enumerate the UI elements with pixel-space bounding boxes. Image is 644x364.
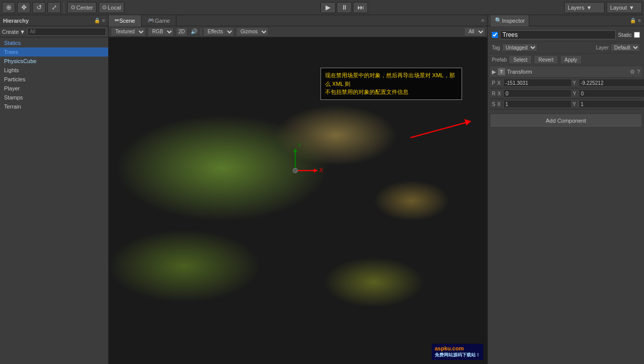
apply-btn[interactable]: Apply	[560, 55, 582, 64]
transform-icon: T	[498, 68, 505, 75]
rot-x-label: X	[497, 91, 502, 96]
rot-y-label: Y	[573, 91, 578, 96]
hierarchy-lock-icon[interactable]: 🔒	[94, 18, 100, 23]
local-icon: ⊙	[102, 4, 107, 11]
scale-y-input[interactable]	[579, 100, 644, 108]
pivot-icon: ⊙	[71, 4, 75, 11]
pos-y-label: Y	[573, 80, 578, 86]
unity-icon-btn[interactable]: ⊕	[2, 2, 15, 13]
separator1	[64, 2, 64, 13]
scene-tab[interactable]: ✏ Scene	[109, 15, 142, 26]
position-row: P X Y Z	[490, 78, 642, 88]
play-button[interactable]: ▶	[320, 2, 336, 13]
inspector-tab[interactable]: 🔍 Inspector	[491, 15, 529, 26]
hierarchy-list: Statics Trees PhysicsCube Lights Particl…	[0, 37, 108, 364]
inspector-panel: 🔍 Inspector 🔒 ≡ Static Tag Untagged L	[487, 15, 644, 364]
scene-menu-icon[interactable]: ≡	[481, 18, 484, 23]
layer-select[interactable]: Default	[611, 43, 640, 51]
rotate-tool-btn[interactable]: ↺	[32, 2, 45, 13]
create-chevron-icon: ▼	[20, 29, 25, 35]
all-select[interactable]: All	[464, 27, 485, 36]
tag-layer-row: Tag Untagged Layer Default	[490, 42, 642, 54]
add-component-btn[interactable]: Add Component	[490, 114, 642, 128]
pos-x-input[interactable]	[503, 79, 572, 87]
pos-x-label: X	[497, 80, 502, 86]
hierarchy-item-particles[interactable]: Particles	[0, 75, 108, 84]
pos-y-input[interactable]	[579, 79, 644, 87]
hierarchy-item-terrain[interactable]: Terrain	[0, 102, 108, 111]
layout-dropdown[interactable]: Layout ▼	[607, 2, 642, 13]
static-checkbox[interactable]	[634, 32, 640, 38]
object-enabled-checkbox[interactable]	[492, 32, 498, 38]
watermark-suffix: .com	[451, 345, 464, 351]
hierarchy-toolbar: Create ▼	[0, 26, 108, 37]
hierarchy-item-stamps[interactable]: Stamps	[0, 93, 108, 102]
main-layout: Hierarchy 🔒 ≡ Create ▼ Statics Trees Phy…	[0, 15, 644, 364]
center-area: ✏ Scene 🎮 Game ≡ Textured RGB 2D 🔊 Effec…	[109, 15, 487, 364]
expand-arrow-icon: ▶	[492, 69, 496, 75]
transform-label: Transform	[507, 69, 628, 75]
audio-icon[interactable]: 🔊	[190, 27, 199, 36]
prefab-row: Prefab Select Revert Apply	[490, 54, 642, 66]
hierarchy-item-trees[interactable]: Trees	[0, 47, 108, 57]
inspector-header: 🔍 Inspector 🔒 ≡	[488, 15, 644, 26]
object-name-input[interactable]	[500, 30, 616, 39]
scale-row: S X Y Z	[490, 99, 642, 110]
hierarchy-item-lights[interactable]: Lights	[0, 66, 108, 75]
help-icon[interactable]: ?	[637, 69, 640, 75]
component-header: ▶ T Transform ⚙ ?	[490, 66, 642, 78]
textured-select[interactable]: Textured	[111, 27, 146, 36]
scale-x-input[interactable]	[503, 100, 572, 108]
inspector-body: Static Tag Untagged Layer Default Prefab…	[488, 26, 644, 132]
static-label: Static	[618, 32, 632, 38]
layout-label: Layout	[610, 5, 627, 11]
2d-btn[interactable]: 2D	[176, 27, 188, 36]
hierarchy-search[interactable]	[27, 28, 106, 36]
layer-label: Layer	[596, 45, 609, 50]
hierarchy-title: Hierarchy	[3, 18, 92, 24]
rot-x-input[interactable]	[503, 89, 572, 97]
watermark: aspku.com 免费网站源码下载站！	[432, 344, 483, 360]
watermark-sub: 免费网站源码下载站！	[435, 352, 480, 357]
layers-dropdown[interactable]: Layers ▼	[564, 2, 605, 13]
position-label: P	[492, 80, 495, 86]
inspector-title-label: Inspector	[502, 18, 525, 24]
annotation-text: 现在禁用场景中的对象，然后再导出场景对 XML，那么 XML 则不包括禁用的对象…	[325, 72, 455, 95]
inspector-lock-icon[interactable]: 🔒	[630, 18, 636, 23]
select-btn[interactable]: Select	[509, 55, 532, 64]
rot-y-input[interactable]	[579, 89, 644, 97]
center-group[interactable]: ⊙ Center	[67, 2, 97, 13]
effects-select[interactable]: Effects	[203, 27, 234, 36]
tag-select[interactable]: Untagged	[502, 43, 537, 51]
create-label: Create	[2, 29, 19, 35]
step-button[interactable]: ⏭	[353, 2, 368, 13]
hierarchy-item-statics[interactable]: Statics	[0, 38, 108, 47]
hierarchy-item-physicscube[interactable]: PhysicsCube	[0, 57, 108, 66]
top-toolbar: ⊕ ✥ ↺ ⤢ ⊙ Center ⊙ Local ▶ ⏸ ⏭ Layers ▼ …	[0, 0, 644, 15]
hierarchy-item-player[interactable]: Player	[0, 84, 108, 93]
scale-tool-btn[interactable]: ⤢	[48, 2, 61, 13]
center-label: Center	[76, 5, 93, 11]
scale-label: S	[492, 101, 495, 107]
watermark-prefix: aspku	[435, 345, 451, 351]
game-tab[interactable]: 🎮 Game	[142, 15, 176, 26]
viewport[interactable]: X Y 现在禁用场景中的对象，然后再导出场景对 XML，那么 XML 则不包括禁…	[109, 37, 487, 364]
local-group[interactable]: ⊙ Local	[99, 2, 124, 13]
hierarchy-create-btn[interactable]: Create ▼	[2, 29, 25, 35]
pause-button[interactable]: ⏸	[337, 2, 352, 13]
scale-field: X Y Z	[497, 100, 644, 108]
hierarchy-menu-icon[interactable]: ≡	[102, 18, 105, 23]
rotation-field: X Y Z	[497, 89, 644, 97]
scene-div1	[201, 28, 201, 35]
transform-component: ▶ T Transform ⚙ ? P X Y Z	[490, 66, 642, 110]
inspector-menu-icon[interactable]: ≡	[638, 18, 641, 23]
rotation-row: R X Y Z	[490, 88, 642, 99]
gizmos-select[interactable]: Gizmos	[236, 27, 268, 36]
play-controls: ▶ ⏸ ⏭	[320, 2, 368, 13]
rgb-select[interactable]: RGB	[148, 27, 174, 36]
scene-toolbar: Textured RGB 2D 🔊 Effects Gizmos All	[109, 26, 487, 37]
revert-btn[interactable]: Revert	[534, 55, 558, 64]
layers-label: Layers	[568, 5, 584, 11]
settings-icon[interactable]: ⚙	[630, 69, 635, 75]
move-tool-btn[interactable]: ✥	[17, 2, 30, 13]
